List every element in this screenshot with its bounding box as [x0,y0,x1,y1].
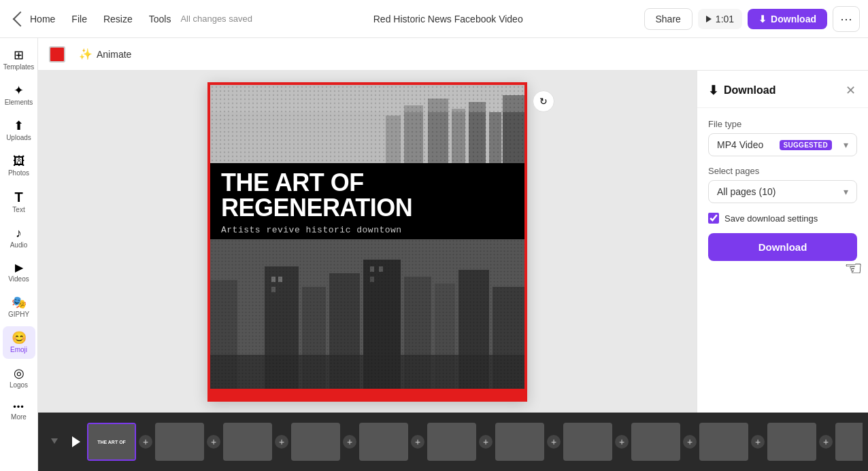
download-action-button[interactable]: Download [708,233,857,261]
frame-thumb-inner-10 [767,423,816,461]
frame-add-button-3[interactable]: + [343,435,356,449]
share-button[interactable]: Share [644,8,692,30]
chevron-down-pages-icon: ▾ [844,186,848,197]
sidebar-label-giphy: GIPHY [8,311,29,318]
select-pages-select[interactable]: All pages (10) ▾ [708,180,857,203]
sidebar-item-photos[interactable]: 🖼 Photos [3,150,35,182]
canvas-workspace[interactable]: ↻ [38,71,697,413]
save-settings-checkbox[interactable] [708,213,719,224]
timeline-frame-7[interactable] [563,423,612,461]
timeline-frame-11[interactable] [835,423,863,461]
frame-thumb-inner-0: THE ART OF [88,424,135,459]
auto-save-status: All changes saved [180,14,252,24]
sidebar-item-logos[interactable]: ◎ Logos [3,362,35,394]
more-options-button[interactable]: ⋯ [833,6,860,32]
file-type-value: MP4 Video [717,139,763,150]
templates-icon: ⊞ [14,49,24,61]
frame-add-button-7[interactable]: + [615,435,629,449]
timeline-frame-10[interactable] [767,423,816,461]
canvas-container: ✨ Animate ↻ [38,38,868,471]
sidebar-label-templates: Templates [3,63,35,71]
timeline-frame-3[interactable] [291,423,340,461]
frame-thumb-inner-6 [495,423,544,461]
home-button[interactable]: Home [8,10,62,29]
sidebar-label-elements: Elements [5,99,33,106]
main-area: ⊞ Templates ✦ Elements ⬆ Uploads 🖼 Photo… [0,38,868,471]
sidebar-item-elements[interactable]: ✦ Elements [3,79,35,111]
frame-add-button-4[interactable]: + [411,435,424,449]
sidebar-item-audio[interactable]: ♪ Audio [3,222,35,254]
top-nav: Home File Resize Tools All changes saved… [0,0,868,38]
sidebar-item-giphy[interactable]: 🎭 GIPHY [3,291,35,324]
timeline-frame-8[interactable] [631,423,680,461]
chevron-down-icon: ▾ [844,139,848,150]
color-swatch[interactable] [49,46,65,63]
tools-button[interactable]: Tools [142,10,178,29]
timeline-frame-2[interactable] [223,423,272,461]
download-button-top[interactable]: ⬇ Download [748,9,827,29]
frame-thumb-inner-9 [699,423,748,461]
frame-add-button-8[interactable]: + [683,435,697,449]
timeline-frame-0[interactable]: THE ART OF [87,423,136,461]
frame-thumb-inner-2 [223,423,272,461]
timeline-play-button-area[interactable] [65,431,87,453]
videos-icon: ▶ [15,262,23,273]
sidebar-label-text: Text [12,206,24,213]
refresh-icon: ↻ [539,96,548,107]
timeline-marker [51,438,58,445]
nav-right: Share 1:01 ⬇ Download ⋯ [644,6,861,32]
canvas-photo-section [210,239,524,391]
download-icon-top: ⬇ [758,14,767,24]
frame-add-button-1[interactable]: + [207,435,220,449]
timeline-frame-1[interactable] [155,423,204,461]
frame-thumb-inner-11 [835,423,863,461]
file-type-label: File type [708,119,857,129]
timeline-frame-4[interactable] [359,423,408,461]
play-time-button[interactable]: 1:01 [698,9,742,29]
select-pages-value: All pages (10) [717,186,775,197]
file-type-select[interactable]: MP4 Video SUGGESTED ▾ [708,133,857,156]
timeline-play-icon[interactable] [72,436,80,447]
sidebar-label-photos: Photos [8,169,29,177]
timeline-frames: THE ART OF + + + + + [87,420,863,464]
frame-thumb-inner-4 [359,423,408,461]
uploads-icon: ⬆ [14,120,24,132]
animate-button[interactable]: ✨ Animate [73,45,137,63]
sidebar-label-videos: Videos [8,275,29,283]
frame-add-button-0[interactable]: + [139,435,152,449]
chevron-left-icon [13,11,29,27]
timeline-frame-6[interactable] [495,423,544,461]
canvas-top-section [210,85,524,163]
select-pages-label: Select pages [708,166,857,176]
panel-title: ⬇ Download [708,83,775,98]
canvas-frame: ↻ [207,82,527,402]
svg-rect-10 [210,85,524,163]
file-button[interactable]: File [65,10,94,29]
timeline-play-area [44,431,65,453]
frame-add-button-2[interactable]: + [275,435,288,449]
sidebar-item-more[interactable]: ••• More [3,397,35,426]
city-skyline-svg [210,85,524,163]
refresh-button[interactable]: ↻ [533,90,554,112]
sidebar-item-text[interactable]: T Text [3,185,35,219]
sparkle-icon: ✨ [79,48,93,60]
more-dots-icon: ⋯ [840,12,852,27]
frame-add-button-10[interactable]: + [819,435,833,449]
resize-button[interactable]: Resize [97,10,139,29]
sidebar-item-uploads[interactable]: ⬆ Uploads [3,114,35,147]
timeline-frame-9[interactable] [699,423,748,461]
close-panel-button[interactable]: ✕ [844,82,857,99]
sidebar-item-templates[interactable]: ⊞ Templates [3,43,35,76]
frame-add-button-9[interactable]: + [751,435,765,449]
timeline: THE ART OF + + + + + [38,413,868,471]
timeline-frame-5[interactable] [427,423,476,461]
sidebar-item-videos[interactable]: ▶ Videos [3,257,35,288]
suggested-badge: SUGGESTED [780,140,833,150]
panel-body: File type MP4 Video SUGGESTED ▾ Select p… [697,108,868,272]
frame-add-button-5[interactable]: + [479,435,493,449]
sidebar-item-emoji[interactable]: 😊 Emoji [3,326,35,359]
sidebar-label-audio: Audio [10,241,28,249]
frame-add-button-6[interactable]: + [547,435,561,449]
sidebar-label-uploads: Uploads [6,134,31,141]
frame-thumb-inner-5 [427,423,476,461]
